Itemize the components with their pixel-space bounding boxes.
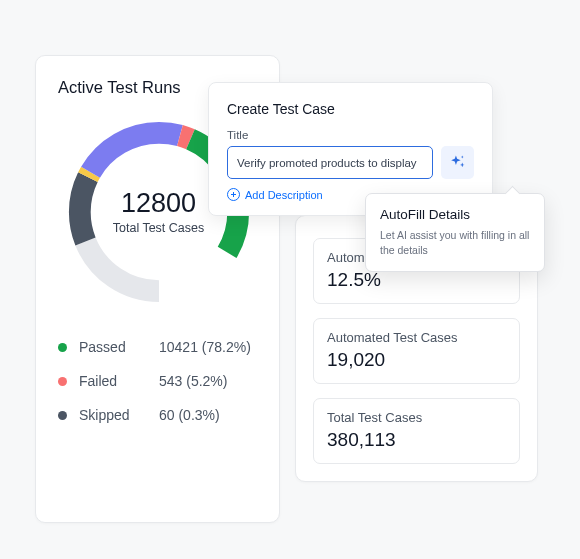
legend-dot-skipped xyxy=(58,411,67,420)
legend: Passed 10421 (78.2%) Failed 543 (5.2%) S… xyxy=(58,339,259,423)
stat-item: Total Test Cases 380,113 xyxy=(313,398,520,464)
legend-row: Passed 10421 (78.2%) xyxy=(58,339,259,355)
legend-dot-passed xyxy=(58,343,67,352)
sparkle-icon xyxy=(448,153,467,172)
stat-item: Automated Test Cases 19,020 xyxy=(313,318,520,384)
field-label: Title xyxy=(227,129,474,141)
stat-value: 12.5% xyxy=(327,269,506,291)
autofill-button[interactable] xyxy=(441,146,474,179)
donut-number: 12800 xyxy=(121,189,196,219)
add-description-label: Add Description xyxy=(245,189,323,201)
legend-row: Skipped 60 (0.3%) xyxy=(58,407,259,423)
autofill-tooltip: AutoFill Details Let AI assist you with … xyxy=(365,193,545,272)
plus-circle-icon xyxy=(227,188,240,201)
donut-sub: Total Test Cases xyxy=(113,221,204,235)
stat-label: Total Test Cases xyxy=(327,410,506,425)
stat-value: 19,020 xyxy=(327,349,506,371)
legend-label: Passed xyxy=(79,339,159,355)
stat-label: Automated Test Cases xyxy=(327,330,506,345)
tooltip-title: AutoFill Details xyxy=(380,207,530,222)
legend-value: 60 (0.3%) xyxy=(159,407,220,423)
legend-value: 543 (5.2%) xyxy=(159,373,227,389)
legend-dot-failed xyxy=(58,377,67,386)
legend-label: Failed xyxy=(79,373,159,389)
legend-row: Failed 543 (5.2%) xyxy=(58,373,259,389)
card-title: Create Test Case xyxy=(227,101,474,117)
stat-value: 380,113 xyxy=(327,429,506,451)
legend-value: 10421 (78.2%) xyxy=(159,339,251,355)
tooltip-body: Let AI assist you with filling in all th… xyxy=(380,228,530,258)
legend-label: Skipped xyxy=(79,407,159,423)
title-input[interactable] xyxy=(227,146,433,179)
